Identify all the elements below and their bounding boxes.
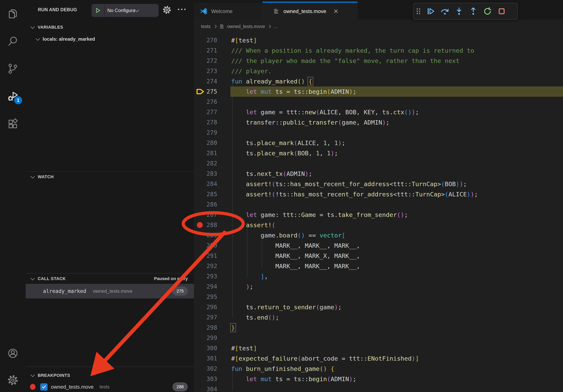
code-line-275[interactable]: 275 let mut ts = ts::begin(ADMIN);	[194, 86, 563, 97]
code-line-282[interactable]: 282	[194, 158, 563, 169]
code-line-281[interactable]: 281 ts.place_mark(BOB, 1, 1);	[194, 148, 563, 158]
code-line-280[interactable]: 280 ts.place_mark(ALICE, 1, 1);	[194, 138, 563, 148]
run-and-debug-icon[interactable]: 1	[0, 89, 26, 104]
code-text[interactable]: #[test]	[231, 35, 257, 45]
editor-gutter[interactable]: 303	[194, 374, 217, 384]
editor-gutter[interactable]: 274	[194, 76, 217, 86]
code-editor[interactable]: 270#[test]271/// When a position is alre…	[194, 33, 563, 392]
code-text[interactable]: ],	[231, 271, 268, 281]
code-line-302[interactable]: 302fun burn_unfinished_game() {	[194, 364, 563, 374]
code-line-284[interactable]: 284 assert!(ts::has_most_recent_for_addr…	[194, 179, 563, 189]
code-line-270[interactable]: 270#[test]	[194, 35, 563, 45]
code-text[interactable]: MARK__, MARK__, MARK__,	[231, 261, 360, 271]
code-line-294[interactable]: 294 );	[194, 281, 563, 292]
code-text[interactable]: }	[231, 323, 235, 333]
code-line-297[interactable]: 297 ts.end();	[194, 312, 563, 323]
stop-icon[interactable]	[495, 4, 509, 18]
code-text[interactable]: ts.return_to_sender(game);	[231, 302, 342, 312]
code-text[interactable]: assert!(ts::has_most_recent_for_address<…	[231, 179, 467, 189]
code-line-287[interactable]: 287 let game: ttt::Game = ts.take_from_s…	[194, 210, 563, 220]
editor-gutter[interactable]: 297	[194, 312, 217, 323]
code-line-289[interactable]: 289 game.board() == vector[	[194, 230, 563, 240]
editor-gutter[interactable]: 275	[194, 86, 217, 97]
editor-gutter[interactable]: 288	[194, 220, 217, 230]
tab-owned-tests-move[interactable]: owned_tests.move	[263, 1, 358, 20]
code-line-288[interactable]: 288 assert!(	[194, 220, 563, 230]
toolbar-drag-grip[interactable]	[413, 4, 423, 18]
editor-gutter[interactable]: 296	[194, 302, 217, 312]
editor-gutter[interactable]: 273	[194, 66, 217, 76]
editor-gutter[interactable]: 300	[194, 343, 217, 353]
editor-gutter[interactable]: 286	[194, 199, 217, 210]
code-line-285[interactable]: 285 assert!(!ts::has_most_recent_for_add…	[194, 189, 563, 199]
launch-configuration-control[interactable]: No Configura	[91, 4, 159, 17]
code-text[interactable]: MARK__, MARK__, MARK__,	[231, 240, 360, 251]
configuration-dropdown-label[interactable]: No Configura	[107, 8, 135, 13]
editor-gutter[interactable]: 298	[194, 323, 217, 333]
code-line-271[interactable]: 271/// When a position is already marked…	[194, 45, 563, 56]
code-line-301[interactable]: 301#[expected_failure(abort_code = ttt::…	[194, 353, 563, 364]
editor-gutter[interactable]: 280	[194, 138, 217, 148]
editor-gutter[interactable]: 282	[194, 158, 217, 169]
breakpoints-section-header[interactable]: BREAKPOINTS	[26, 370, 194, 380]
code-text[interactable]: let game: ttt::Game = ts.take_from_sende…	[231, 210, 408, 220]
code-line-278[interactable]: 278 transfer::public_transfer(game, ADMI…	[194, 117, 563, 128]
code-text[interactable]: #[expected_failure(abort_code = ttt::ENo…	[231, 353, 419, 364]
code-line-295[interactable]: 295	[194, 292, 563, 302]
code-line-291[interactable]: 291 MARK__, MARK_X, MARK__,	[194, 251, 563, 261]
settings-gear-icon[interactable]	[0, 373, 26, 387]
editor-gutter[interactable]: 285	[194, 189, 217, 199]
code-text[interactable]: ts.end();	[231, 312, 279, 323]
code-line-299[interactable]: 299	[194, 333, 563, 343]
breadcrumb-item-file[interactable]: owned_tests.move	[227, 24, 265, 29]
source-control-icon[interactable]	[0, 62, 26, 76]
code-line-274[interactable]: 274fun already_marked() {	[194, 76, 563, 86]
editor-gutter[interactable]: 276	[194, 97, 217, 107]
step-into-icon[interactable]	[452, 4, 466, 18]
watch-section-header[interactable]: WATCH	[26, 172, 194, 182]
code-line-273[interactable]: 273/// player.	[194, 66, 563, 76]
editor-gutter[interactable]: 301	[194, 353, 217, 364]
code-text[interactable]: /// the player who made the "false" move…	[231, 56, 460, 66]
editor-gutter[interactable]: 281	[194, 148, 217, 158]
breadcrumb-item-symbol[interactable]: ...	[274, 24, 277, 29]
code-text[interactable]: /// player.	[231, 66, 272, 76]
breakpoint-enabled-checkbox[interactable]	[40, 383, 48, 391]
tab-welcome[interactable]: Welcome	[194, 3, 263, 20]
code-line-300[interactable]: 300#[test]	[194, 343, 563, 353]
call-stack-section-header[interactable]: CALL STACK Paused on entry	[26, 274, 194, 284]
code-text[interactable]: #[test]	[231, 343, 257, 353]
code-line-276[interactable]: 276	[194, 97, 563, 107]
editor-gutter[interactable]: 284	[194, 179, 217, 189]
code-text[interactable]: transfer::public_transfer(game, ADMIN);	[231, 117, 390, 128]
editor-gutter[interactable]: 279	[194, 128, 217, 138]
editor-gutter[interactable]: 293	[194, 271, 217, 281]
editor-gutter[interactable]: 295	[194, 292, 217, 302]
code-text[interactable]: );	[231, 281, 253, 292]
debug-settings-gear-icon[interactable]	[162, 5, 172, 15]
code-line-277[interactable]: 277 let game = ttt::new(ALICE, BOB, KEY,…	[194, 107, 563, 117]
breadcrumb-item-dir[interactable]: tests	[201, 24, 211, 29]
breakpoint-list-item[interactable]: owned_tests.move tests 288	[26, 381, 194, 392]
code-text[interactable]: /// When a position is already marked, t…	[231, 45, 474, 56]
code-text[interactable]: fun burn_unfinished_game() {	[231, 364, 334, 374]
code-line-293[interactable]: 293 ],	[194, 271, 563, 281]
editor-gutter[interactable]: 277	[194, 107, 217, 117]
close-icon[interactable]	[333, 8, 339, 14]
call-stack-frame-row[interactable]: already_marked owned_tests.move 275	[26, 284, 194, 299]
editor-gutter[interactable]: 294	[194, 281, 217, 292]
start-debugging-button[interactable]	[91, 4, 104, 17]
editor-gutter[interactable]: 287	[194, 210, 217, 220]
code-line-272[interactable]: 272/// the player who made the "false" m…	[194, 56, 563, 66]
search-icon[interactable]	[0, 34, 26, 48]
editor-gutter[interactable]: 302	[194, 364, 217, 374]
code-text[interactable]: ts.place_mark(BOB, 1, 1);	[231, 148, 338, 158]
editor-gutter[interactable]: 272	[194, 56, 217, 66]
variables-locals-scope[interactable]: locals: already_marked	[26, 34, 194, 44]
more-actions-icon[interactable]	[178, 9, 186, 10]
code-line-286[interactable]: 286	[194, 199, 563, 210]
code-line-292[interactable]: 292 MARK__, MARK__, MARK__,	[194, 261, 563, 271]
editor-gutter[interactable]: 291	[194, 251, 217, 261]
code-text[interactable]: fun already_marked() {	[231, 76, 312, 86]
code-text[interactable]: let mut ts = ts::begin(ADMIN);	[231, 374, 357, 384]
